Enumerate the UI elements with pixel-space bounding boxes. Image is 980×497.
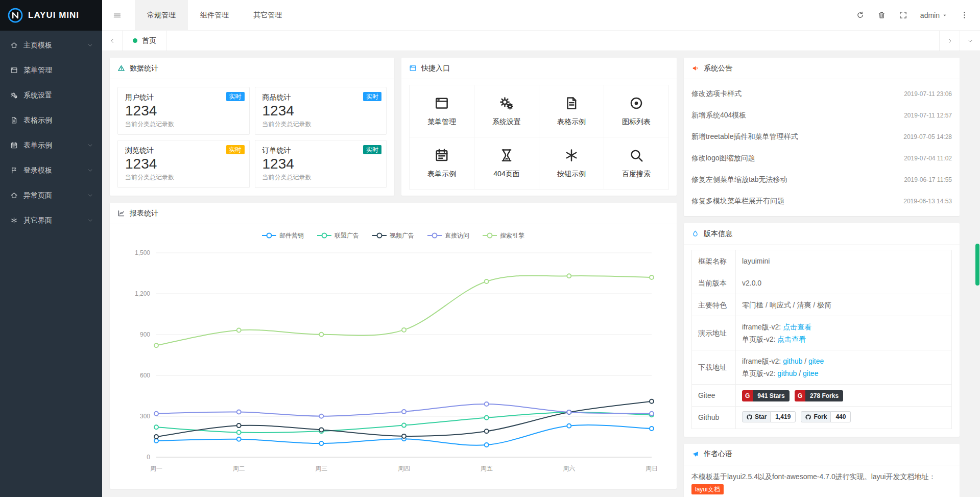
tabs-scroll-left-button[interactable]	[102, 31, 123, 51]
svg-text:0: 0	[147, 454, 150, 461]
sidebar-item-system-settings[interactable]: 系统设置	[0, 83, 102, 108]
svg-text:300: 300	[140, 413, 150, 420]
stat-box: 订单统计1234当前分类总记录数实时	[255, 140, 387, 188]
quick-tile[interactable]: 菜单管理	[410, 85, 474, 137]
sidebar-menu: 主页模板菜单管理系统设置表格示例表单示例登录模板异常页面其它界面	[0, 31, 102, 233]
app-logo[interactable]: LAYUI MINI	[0, 0, 102, 31]
version-row-value: v2.0.0	[736, 272, 952, 294]
notice-title[interactable]: 新增系统404模板	[691, 111, 746, 120]
link-prefix: 单页版-v2:	[742, 369, 777, 377]
gitee-badge[interactable]: G941 Stars	[742, 390, 790, 401]
quick-tile-label: 图标列表	[622, 117, 651, 127]
hamburger-icon	[113, 11, 122, 19]
notice-item: 新增treetable插件和菜单管理样式2019-07-05 14:28	[691, 126, 952, 148]
version-row-value: iframe版-v2: 点击查看单页版-v2: 点击查看	[736, 316, 952, 350]
sidebar-item-form-demo[interactable]: 表单示例	[0, 133, 102, 158]
link-prefix: iframe版-v2:	[742, 357, 783, 365]
fullscreen-icon	[899, 11, 907, 19]
quick-tile[interactable]: 图标列表	[604, 85, 668, 137]
ellipsis-vertical-icon	[960, 11, 969, 19]
notice-title[interactable]: 修改选项卡样式	[691, 89, 742, 99]
quick-tile[interactable]: 按钮示例	[539, 137, 604, 189]
sidebar-item-label: 主页模板	[23, 41, 52, 50]
notice-title[interactable]: 新增treetable插件和菜单管理样式	[691, 132, 798, 141]
legend-item[interactable]: 搜索引擎	[483, 231, 524, 240]
version-link[interactable]: gitee	[808, 357, 824, 365]
version-link[interactable]: github	[783, 357, 802, 365]
sidebar-item-other-ui[interactable]: 其它界面	[0, 208, 102, 233]
asterisk-icon	[10, 217, 18, 224]
version-row: GiteeG941 StarsG278 Forks	[692, 385, 952, 407]
quick-body: 菜单管理系统设置表格示例图标列表表单示例404页面按钮示例百度搜索	[401, 79, 677, 196]
stat-box: 用户统计1234当前分类总记录数实时	[117, 87, 250, 135]
scrollbar-thumb[interactable]	[975, 244, 979, 286]
sidebar-item-menu-manage[interactable]: 菜单管理	[0, 58, 102, 83]
legend-label: 视频广告	[390, 231, 414, 240]
header-tab-components[interactable]: 组件管理	[188, 0, 241, 30]
fullscreen-button[interactable]	[893, 0, 914, 30]
github-logo-icon	[746, 414, 753, 420]
card-title: 版本信息	[704, 229, 732, 239]
layui-doc-badge[interactable]: layui文档	[691, 484, 724, 494]
svg-text:周六: 周六	[563, 465, 575, 472]
version-link[interactable]: 点击查看	[783, 323, 811, 331]
sidebar-item-login-template[interactable]: 登录模板	[0, 158, 102, 183]
sidebar-toggle-button[interactable]	[102, 0, 132, 30]
card-head: 系统公告	[684, 58, 960, 79]
trash-icon	[877, 11, 886, 19]
card-head: 数据统计	[110, 58, 394, 79]
stat-box: 浏览统计1234当前分类总记录数实时	[117, 140, 250, 188]
notice-title[interactable]: 修复左侧菜单缩放tab无法移动	[691, 175, 787, 184]
svg-text:周二: 周二	[233, 465, 245, 472]
version-link[interactable]: gitee	[803, 369, 818, 377]
app-root: LAYUI MINI 主页模板菜单管理系统设置表格示例表单示例登录模板异常页面其…	[0, 0, 980, 497]
line-chart-icon	[117, 209, 125, 217]
legend-item[interactable]: 视频广告	[372, 231, 414, 240]
calendar-icon	[10, 141, 18, 149]
github-badge[interactable]: Star1,419	[742, 411, 796, 422]
sidebar-item-table-demo[interactable]: 表格示例	[0, 108, 102, 133]
user-menu[interactable]: admin	[914, 0, 953, 30]
header-tab-label: 其它管理	[253, 11, 282, 20]
github-badge[interactable]: Fork440	[801, 411, 851, 422]
card-notice: 系统公告 修改选项卡样式2019-07-11 23:06新增系统404模板201…	[684, 58, 960, 216]
version-row: GithubStar1,419Fork440	[692, 407, 952, 429]
quick-tile[interactable]: 404页面	[474, 137, 539, 189]
legend-label: 搜索引擎	[500, 231, 524, 240]
flag-icon	[10, 167, 18, 174]
tabs-scroll-right-button[interactable]	[939, 31, 960, 51]
notice-item: 修复多模块菜单栏展开有问题2019-06-13 14:53	[691, 191, 952, 212]
chevron-down-icon	[87, 193, 93, 198]
sidebar-item-home-template[interactable]: 主页模板	[0, 33, 102, 58]
sidebar: LAYUI MINI 主页模板菜单管理系统设置表格示例表单示例登录模板异常页面其…	[0, 0, 102, 497]
sidebar-item-label: 其它界面	[23, 216, 52, 225]
tab-home[interactable]: 首页	[123, 31, 167, 51]
version-row: 演示地址iframe版-v2: 点击查看单页版-v2: 点击查看	[692, 316, 952, 350]
header-tab-general[interactable]: 常规管理	[135, 0, 188, 30]
quick-tile-label: 表单示例	[427, 170, 456, 179]
quick-tile[interactable]: 表格示例	[539, 85, 604, 137]
version-link[interactable]: github	[777, 369, 797, 377]
legend-item[interactable]: 邮件营销	[262, 231, 304, 240]
header-tab-other[interactable]: 其它管理	[241, 0, 294, 30]
quick-tile[interactable]: 表单示例	[410, 137, 474, 189]
link-separator: /	[797, 369, 803, 377]
stat-caption: 当前分类总记录数	[262, 173, 379, 181]
notice-title[interactable]: 修复多模块菜单栏展开有问题	[691, 197, 784, 206]
gitee-badge[interactable]: G278 Forks	[795, 390, 843, 401]
refresh-button[interactable]	[850, 0, 871, 30]
sidebar-item-error-pages[interactable]: 异常页面	[0, 183, 102, 208]
quick-tile[interactable]: 系统设置	[474, 85, 539, 137]
quick-tile[interactable]: 百度搜索	[604, 137, 668, 189]
notice-title[interactable]: 修改logo图缩放问题	[691, 154, 755, 163]
legend-item[interactable]: 直接访问	[427, 231, 469, 240]
version-link[interactable]: 点击查看	[777, 335, 806, 343]
topbar: 常规管理组件管理其它管理 admin	[102, 0, 980, 31]
legend-item[interactable]: 联盟广告	[317, 231, 359, 240]
version-row-label: Gitee	[692, 385, 736, 407]
clear-cache-button[interactable]	[871, 0, 893, 30]
chart-legend: 邮件营销联盟广告视频广告直接访问搜索引擎	[110, 224, 677, 243]
version-body: 框架名称layuimini当前版本v2.0.0主要特色零门槛 / 响应式 / 清…	[684, 245, 960, 437]
legend-label: 邮件营销	[279, 231, 304, 240]
more-menu-button[interactable]	[953, 0, 975, 30]
